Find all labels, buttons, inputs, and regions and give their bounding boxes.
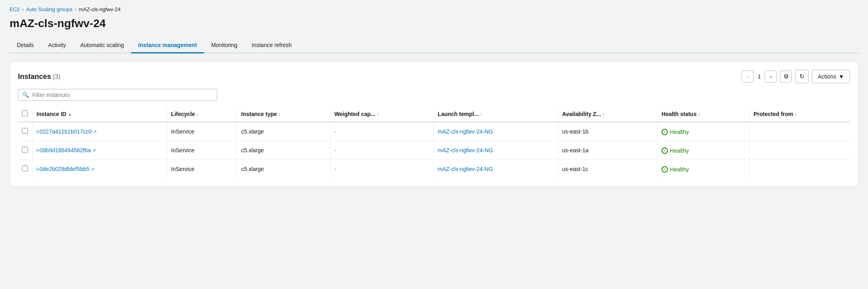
instance-id-link-2[interactable]: i-0de2b028dfdef5bb5 ➚ [37, 166, 94, 172]
row-checkbox-cell [18, 141, 32, 160]
sort-health-icon[interactable]: ↕ [698, 112, 700, 116]
launch-template-text-2: mAZ-cls-ngfwv-24-NG [438, 166, 493, 172]
page-wrapper: EC2 › Auto Scaling groups › mAZ-cls-ngfw… [0, 0, 868, 289]
launch-template-text-0: mAZ-cls-ngfwv-24-NG [438, 128, 493, 135]
row-protected-from-2 [749, 160, 850, 179]
th-weighted-cap: Weighted cap... ↕ [330, 106, 433, 122]
instances-card: Instances (3) ‹ 1 › ⚙ ↻ Actions ▼ [10, 61, 858, 187]
external-link-icon-2: ➚ [91, 167, 94, 172]
row-lifecycle-2: InService [167, 160, 237, 179]
instance-id-text-1: i-09b9d186494562f6a [37, 147, 91, 153]
instances-title: Instances [18, 73, 51, 81]
th-weighted-cap-label: Weighted cap... [335, 111, 375, 117]
pagination: ‹ 1 › [742, 71, 777, 83]
right-controls: ‹ 1 › ⚙ ↻ Actions ▼ [742, 70, 850, 83]
instance-id-link-0[interactable]: i-0227a411b1b017cc0 ➚ [37, 128, 97, 135]
th-select-all [18, 106, 32, 122]
health-status-text-2: Healthy [670, 166, 689, 173]
row-protected-from-1 [749, 141, 850, 160]
row-az-2: us-east-1c [558, 160, 657, 179]
table-row: i-09b9d186494562f6a ➚ InService c5.xlarg… [18, 141, 850, 160]
sort-az-icon[interactable]: ↕ [602, 112, 604, 116]
tab-instance-management[interactable]: Instance management [131, 38, 204, 53]
row-launch-template-0: mAZ-cls-ngfwv-24-NG [433, 122, 558, 141]
refresh-btn[interactable]: ↻ [795, 70, 809, 83]
row-health-status-2: ✓ Healthy [657, 160, 750, 179]
row-checkbox-0[interactable] [22, 128, 28, 134]
select-all-checkbox[interactable] [22, 110, 28, 116]
external-link-icon-0: ➚ [93, 129, 97, 134]
row-checkbox-1[interactable] [22, 147, 28, 153]
health-status-text-1: Healthy [670, 147, 689, 154]
card-title-area: Instances (3) [18, 73, 61, 81]
tab-activity[interactable]: Activity [41, 38, 73, 53]
breadcrumb-sep-2: › [75, 7, 77, 12]
launch-template-text-1: mAZ-cls-ngfwv-24-NG [438, 147, 493, 153]
launch-template-link-2[interactable]: mAZ-cls-ngfwv-24-NG [438, 166, 493, 172]
sort-lifecycle-icon[interactable]: ↕ [197, 112, 199, 116]
instance-id-text-2: i-0de2b028dfdef5bb5 [37, 166, 89, 172]
refresh-icon: ↻ [799, 73, 805, 80]
row-weighted-cap-0: - [330, 122, 433, 141]
th-launch-templ: Launch templ... ↕ [433, 106, 558, 122]
row-launch-template-2: mAZ-cls-ngfwv-24-NG [433, 160, 558, 179]
health-badge-0: ✓ Healthy [661, 129, 689, 135]
health-badge-1: ✓ Healthy [661, 147, 689, 154]
row-health-status-1: ✓ Healthy [657, 141, 750, 160]
health-check-icon-2: ✓ [661, 166, 668, 173]
pagination-prev-btn[interactable]: ‹ [742, 71, 754, 83]
th-instance-id-label: Instance ID [37, 111, 67, 117]
launch-template-link-0[interactable]: mAZ-cls-ngfwv-24-NG [438, 128, 493, 135]
row-instance-id: i-0227a411b1b017cc0 ➚ [32, 122, 167, 141]
instance-id-link-1[interactable]: i-09b9d186494562f6a ➚ [37, 147, 96, 153]
tabs-container: Details Activity Automatic scaling Insta… [10, 38, 858, 53]
breadcrumb-ec2-link[interactable]: EC2 [10, 6, 20, 12]
th-health-status-label: Health status [661, 111, 697, 117]
th-instance-type: Instance type ↕ [237, 106, 331, 122]
actions-btn[interactable]: Actions ▼ [812, 70, 850, 83]
actions-chevron-icon: ▼ [838, 73, 844, 80]
th-lifecycle: Lifecycle ↕ [167, 106, 237, 122]
row-weighted-cap-2: - [330, 160, 433, 179]
breadcrumb: EC2 › Auto Scaling groups › mAZ-cls-ngfw… [10, 6, 858, 12]
sort-protected-icon[interactable]: ↕ [795, 112, 797, 116]
tab-automatic-scaling[interactable]: Automatic scaling [73, 38, 131, 53]
launch-template-link-1[interactable]: mAZ-cls-ngfwv-24-NG [438, 147, 493, 153]
th-availability-zone: Availability Z... ↕ [558, 106, 657, 122]
breadcrumb-asg-link[interactable]: Auto Scaling groups [26, 6, 72, 12]
th-protected-from-label: Protected from [754, 111, 793, 117]
table-settings-btn[interactable]: ⚙ [780, 71, 792, 83]
row-protected-from-0 [749, 122, 850, 141]
tab-instance-refresh[interactable]: Instance refresh [244, 38, 299, 53]
table-header-row: Instance ID ▲ Lifecycle ↕ Instance type [18, 106, 850, 122]
sort-instance-type-icon[interactable]: ↕ [279, 112, 281, 116]
breadcrumb-current: mAZ-cls-ngfwv-24 [79, 6, 121, 12]
sort-weighted-cap-icon[interactable]: ↕ [377, 112, 379, 116]
pagination-page: 1 [755, 73, 763, 80]
th-launch-templ-label: Launch templ... [438, 111, 479, 117]
row-checkbox-cell [18, 160, 32, 179]
row-az-1: us-east-1a [558, 141, 657, 160]
breadcrumb-sep-1: › [22, 7, 24, 12]
table-row: i-0227a411b1b017cc0 ➚ InService c5.xlarg… [18, 122, 850, 141]
tab-details[interactable]: Details [10, 38, 41, 53]
search-icon: 🔍 [22, 92, 29, 98]
row-checkbox-2[interactable] [22, 165, 28, 171]
instances-count-val: (3) [53, 73, 61, 80]
health-badge-2: ✓ Healthy [661, 166, 689, 173]
row-checkbox-cell [18, 122, 32, 141]
instance-id-text-0: i-0227a411b1b017cc0 [37, 128, 92, 135]
row-instance-id: i-09b9d186494562f6a ➚ [32, 141, 167, 160]
sort-instance-id-icon[interactable]: ▲ [68, 112, 72, 116]
pagination-next-btn[interactable]: › [765, 71, 777, 83]
tab-monitoring[interactable]: Monitoring [204, 38, 244, 53]
row-az-0: us-east-1b [558, 122, 657, 141]
external-link-icon-1: ➚ [93, 148, 96, 153]
row-instance-id: i-0de2b028dfdef5bb5 ➚ [32, 160, 167, 179]
row-instance-type-1: c5.xlarge [237, 141, 331, 160]
card-header: Instances (3) ‹ 1 › ⚙ ↻ Actions ▼ [18, 70, 850, 83]
filter-search-bar[interactable]: 🔍 [18, 89, 217, 101]
th-protected-from: Protected from ↕ [749, 106, 850, 122]
filter-instances-input[interactable] [32, 92, 213, 98]
sort-launch-templ-icon[interactable]: ↕ [480, 112, 482, 116]
